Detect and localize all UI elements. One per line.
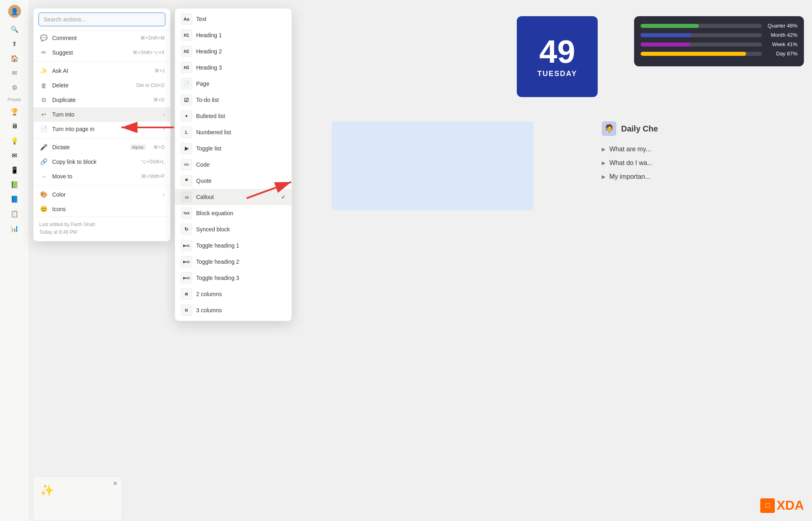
toggle-label: Toggle list: [196, 145, 286, 152]
h3-icon: H3: [181, 62, 192, 73]
sidebar-item-7[interactable]: 📘: [8, 193, 21, 205]
comment-shortcut: ⌘+Shift+M: [140, 35, 165, 41]
avatar[interactable]: 👤: [8, 5, 21, 18]
duplicate-icon: ⧉: [39, 95, 48, 104]
submenu-item-synced[interactable]: ↻ Synced block: [175, 221, 292, 237]
sidebar-item-3[interactable]: 💡: [8, 134, 21, 147]
color-arrow: ›: [163, 192, 165, 197]
todo-label: To-do list: [196, 97, 286, 103]
callout-check: ✓: [281, 194, 286, 200]
menu-item-delete[interactable]: 🗑 Delete Del or Ctrl+D: [34, 78, 170, 93]
sidebar-icon-home[interactable]: 🏠: [8, 52, 21, 65]
progress-bar-1: Month 42%: [641, 32, 797, 38]
menu-item-turn-into-page[interactable]: 📄 Turn into page in ›: [34, 122, 170, 136]
toggle-h3-icon: ▶H3: [181, 272, 192, 284]
search-container: [34, 8, 170, 31]
toggle-arrow-1: ▶: [602, 146, 605, 152]
submenu-item-page[interactable]: 📄 Page: [175, 76, 292, 92]
day-number: 49: [539, 36, 575, 68]
submenu-item-todo[interactable]: ☑ To-do list: [175, 92, 292, 108]
day-name: TUESDAY: [537, 70, 577, 78]
sidebar-item-9[interactable]: 📊: [8, 222, 21, 235]
menu-item-move-to[interactable]: → Move to ⌘+Shift+P: [34, 169, 170, 184]
code-label: Code: [196, 161, 286, 168]
xda-logo: □ XDA: [760, 498, 804, 513]
menu-item-comment[interactable]: 💬 Comment ⌘+Shift+M: [34, 31, 170, 45]
sidebar-icon-inbox[interactable]: ✉: [8, 66, 21, 79]
copy-link-icon: 🔗: [39, 157, 48, 166]
alpha-badge: Alpha: [130, 144, 146, 150]
ask-ai-label: Ask AI: [52, 68, 150, 74]
block-eq-icon: TeX: [181, 208, 192, 219]
sidebar-item-2[interactable]: 🖥: [8, 120, 21, 133]
bar-label-3: Day 87%: [765, 51, 797, 57]
copy-link-shortcut: ⌥+Shift+L: [141, 159, 165, 165]
icons-icon: 😊: [39, 205, 48, 214]
sidebar-icon-settings[interactable]: ⚙: [8, 81, 21, 94]
submenu-item-toggle-h3[interactable]: ▶H3 Toggle heading 3: [175, 270, 292, 286]
comment-label: Comment: [52, 35, 136, 41]
move-to-label: Move to: [52, 173, 137, 180]
submenu-item-toggle-h1[interactable]: ▶H1 Toggle heading 1: [175, 237, 292, 254]
sidebar: 👤 🔍 ⬆ 🏠 ✉ ⚙ Private 🏆 🖥 💡 ✉ 📱 📗 📘 📋 📊: [0, 0, 29, 521]
submenu-item-2col[interactable]: ⊞ 2 columns: [175, 286, 292, 302]
toggle-text-1: What are my...: [609, 146, 651, 153]
close-button[interactable]: ✕: [113, 480, 118, 487]
submenu-item-block-eq[interactable]: TeX Block equation: [175, 205, 292, 221]
copy-link-label: Copy link to block: [52, 159, 137, 165]
menu-item-duplicate[interactable]: ⧉ Duplicate ⌘+D: [34, 93, 170, 107]
bulleted-label: Bulleted list: [196, 113, 286, 119]
submenu-item-toggle-h2[interactable]: ▶H2 Toggle heading 2: [175, 254, 292, 270]
sidebar-item-6[interactable]: 📗: [8, 178, 21, 191]
divider-1: [34, 61, 170, 62]
bulleted-icon: •: [181, 110, 192, 122]
menu-item-suggest[interactable]: ✏ Suggest ⌘+Shift+⌥+X: [34, 45, 170, 60]
menu-item-copy-link[interactable]: 🔗 Copy link to block ⌥+Shift+L: [34, 155, 170, 169]
color-label: Color: [52, 191, 159, 198]
toggle-item-2[interactable]: ▶ What do I wa...: [602, 156, 804, 170]
sidebar-item-1[interactable]: 🏆: [8, 105, 21, 118]
turn-into-icon: ↩: [39, 110, 48, 119]
toggle-icon: ▶: [181, 143, 192, 154]
h2-label: Heading 2: [196, 48, 286, 55]
color-icon: 🎨: [39, 190, 48, 199]
submenu-item-toggle[interactable]: ▶ Toggle list: [175, 140, 292, 157]
numbered-label: Numbered list: [196, 129, 286, 136]
footer-line1: Last edited by Parth Shah: [39, 221, 165, 229]
submenu-item-h3[interactable]: H3 Heading 3: [175, 59, 292, 76]
bar-track-3: [641, 52, 762, 56]
search-input[interactable]: [38, 13, 165, 26]
sidebar-item-8[interactable]: 📋: [8, 207, 21, 220]
daily-check-header: 🧑‍💼 Daily Che: [602, 121, 804, 136]
sidebar-icon-updates[interactable]: ⬆: [8, 37, 21, 50]
sidebar-icon-search[interactable]: 🔍: [8, 23, 21, 36]
comment-icon: 💬: [39, 34, 48, 42]
sidebar-item-4[interactable]: ✉: [8, 149, 21, 162]
turn-into-submenu: Aa Text H1 Heading 1 H2 Heading 2 H3 Hea…: [175, 8, 292, 321]
toggle-item-1[interactable]: ▶ What are my...: [602, 142, 804, 156]
menu-item-turn-into[interactable]: ↩ Turn into ›: [34, 107, 170, 122]
suggest-icon: ✏: [39, 48, 48, 57]
submenu-item-callout[interactable]: ▭ Callout ✓: [175, 189, 292, 205]
submenu-item-3col[interactable]: ⊟ 3 columns: [175, 302, 292, 318]
menu-item-dictate[interactable]: 🎤 Dictate Alpha ⌘+O: [34, 140, 170, 155]
submenu-item-quote[interactable]: ❝ Quote: [175, 173, 292, 189]
toggle-arrow-2: ▶: [602, 160, 605, 166]
sidebar-item-5[interactable]: 📱: [8, 163, 21, 176]
daily-check-title: Daily Che: [621, 124, 658, 133]
submenu-item-bulleted[interactable]: • Bulleted list: [175, 108, 292, 124]
icons-label: Icons: [52, 206, 165, 212]
bar-track-0: [641, 24, 762, 28]
submenu-item-h2[interactable]: H2 Heading 2: [175, 43, 292, 59]
2col-label: 2 columns: [196, 291, 286, 297]
submenu-item-h1[interactable]: H1 Heading 1: [175, 27, 292, 43]
submenu-item-code[interactable]: </> Code: [175, 157, 292, 173]
menu-item-icons[interactable]: 😊 Icons: [34, 202, 170, 216]
bar-label-1: Month 42%: [765, 32, 797, 38]
menu-item-color[interactable]: 🎨 Color ›: [34, 187, 170, 202]
submenu-item-numbered[interactable]: 1. Numbered list: [175, 124, 292, 140]
toggle-item-3[interactable]: ▶ My importan...: [602, 170, 804, 184]
submenu-item-text[interactable]: Aa Text: [175, 11, 292, 27]
menu-item-ask-ai[interactable]: ✨ Ask AI ⌘+J: [34, 64, 170, 78]
divider-3: [34, 185, 170, 186]
